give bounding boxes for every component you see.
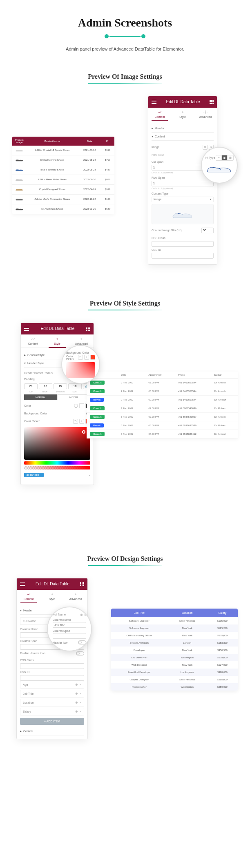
tab-style[interactable]: Style <box>40 590 64 603</box>
editor-panel-image: Edit DL Data Table Content Style Advance… <box>148 96 217 265</box>
table-row: Chiffs Marketing OfficerNew York$575,000 <box>111 632 238 639</box>
accordion-content[interactable]: ▾Content <box>152 133 214 141</box>
table-row: Consult6 Feb 202204.00 PM+91 6565883412D… <box>87 430 238 438</box>
padding-input[interactable] <box>68 383 82 389</box>
padding-input[interactable] <box>54 383 67 389</box>
image-size-input[interactable] <box>201 228 214 233</box>
hamburger-icon[interactable] <box>20 582 25 586</box>
header-item-location[interactable]: Location⊕× <box>20 699 84 706</box>
appointment-table: DateAppointmentPhoneDoctor Consult2 Feb … <box>87 372 238 438</box>
table-row: Crystal Designed Shoes2022-04-09$999 <box>12 184 114 194</box>
table-row: MI AKVenom Shoes2023-01-29$680 <box>12 204 114 214</box>
row-span-input[interactable] <box>152 181 214 186</box>
header-item-job[interactable]: Job Title⊕× <box>20 690 84 698</box>
mag-toggle[interactable] <box>78 640 86 644</box>
grid-icon[interactable] <box>86 327 90 331</box>
panel-title: Edit DL Data Table <box>41 326 75 331</box>
editor-panel-design: Edit DL Data Table Content Style Advance… <box>16 578 88 739</box>
section-underline <box>88 83 162 84</box>
hex-input[interactable] <box>24 473 44 477</box>
hue-slider[interactable] <box>24 461 90 465</box>
enable-header-icon-label: Enable Header Icon <box>20 652 76 655</box>
tab-content[interactable]: Content <box>21 334 45 348</box>
tab-style[interactable]: Style <box>45 334 69 348</box>
status-button[interactable]: Consult <box>90 389 105 393</box>
image-preview[interactable] <box>152 204 214 224</box>
table-row: ASIAN Crystal-13 Sports Shoes2021-07-10$… <box>12 146 114 155</box>
table-row: Web DesignerNew York$127,000 <box>111 661 238 669</box>
tab-content[interactable]: Content <box>17 590 40 603</box>
tab-style[interactable]: Style <box>171 108 194 121</box>
svg-point-4 <box>81 338 82 339</box>
svg-point-5 <box>51 593 53 595</box>
table-row: Revisit5 Feb 202205.00 PM+91 8938637539D… <box>87 421 238 430</box>
table-header: Date <box>118 372 145 379</box>
normal-tab[interactable]: NORMAL <box>24 394 57 400</box>
copy-icon[interactable]: ⊕ <box>203 145 208 150</box>
header-item-salary[interactable]: Salary⊕× <box>20 708 84 715</box>
grid-icon[interactable] <box>210 100 214 104</box>
table-row: Kraka Running Shoes2021-05-24$799 <box>12 155 114 165</box>
title-divider <box>105 34 145 38</box>
globe-icon[interactable] <box>74 404 78 408</box>
mag-bg-label: Background Color <box>66 351 95 354</box>
table-row: Consult2 Feb 202206.00 PM+91 6469697544D… <box>87 378 238 387</box>
plus-icon[interactable]: + <box>79 419 84 424</box>
tab-content[interactable]: Content <box>148 108 171 121</box>
table-header: Doctor <box>211 372 238 379</box>
css-id-input-3[interactable] <box>20 675 84 681</box>
table-row: Graphic DesignerSan Francisco$255,000 <box>111 676 238 683</box>
css-class-input-3[interactable] <box>20 663 84 669</box>
svg-point-1 <box>182 111 183 113</box>
content-type-value[interactable]: Image <box>154 198 161 201</box>
magnifier: int Type ≡▣⊞ <box>201 147 238 184</box>
status-button[interactable]: Revisit <box>90 398 104 402</box>
tab-advanced[interactable]: Advanced <box>64 590 87 603</box>
status-button[interactable]: Consult <box>90 415 105 419</box>
table-row: PhotographerWashington$350,000 <box>111 683 238 691</box>
status-button[interactable]: Revisit <box>90 423 104 427</box>
accordion-content-3[interactable]: ▸Content <box>20 727 84 735</box>
css-id-label: CSS ID <box>152 248 214 251</box>
accordion-header[interactable]: ▸Header <box>152 124 214 133</box>
color-swatch-white[interactable] <box>79 403 84 408</box>
alpha-slider[interactable] <box>24 466 90 469</box>
color-picker-canvas[interactable] <box>24 427 90 460</box>
header-item-age[interactable]: Age⊕× <box>20 681 84 689</box>
mag-colname-input[interactable] <box>53 622 86 628</box>
tab-advanced[interactable]: Advanced <box>194 108 217 121</box>
mag-label: int Type <box>205 156 215 159</box>
svg-point-6 <box>75 593 76 595</box>
css-class-label: CSS Class <box>152 237 214 239</box>
add-item-button[interactable]: + ADD ITEM <box>20 718 84 725</box>
svg-point-3 <box>57 338 58 339</box>
css-id-input[interactable] <box>152 253 214 259</box>
color-label: Color <box>24 404 74 407</box>
hamburger-icon[interactable] <box>152 100 156 104</box>
table-header: Date <box>78 137 101 146</box>
table-row: DeveloperNew York$350,550 <box>111 647 238 654</box>
mag-colspan-input[interactable] <box>53 633 86 639</box>
padding-input[interactable] <box>24 383 38 389</box>
hover-tab[interactable]: HOVER <box>57 394 90 400</box>
status-button[interactable]: Consult <box>90 381 105 385</box>
padding-input[interactable] <box>39 383 52 389</box>
padding-side-label: RIGHT <box>39 390 52 393</box>
css-class-input[interactable] <box>152 241 214 247</box>
grid-icon[interactable] <box>80 582 84 586</box>
svg-point-2 <box>205 111 206 113</box>
table-header: Phone <box>175 372 211 379</box>
hamburger-icon[interactable] <box>24 327 29 331</box>
mag-colname-label: Column Name <box>53 618 86 621</box>
section-underline-2 <box>88 310 162 310</box>
reset-icon[interactable]: ↻ <box>73 419 78 424</box>
status-button[interactable]: Consult <box>90 432 105 436</box>
table-row: Software EngineerSan Francisco$105,000 <box>111 617 238 624</box>
header-icon-toggle[interactable] <box>76 651 84 655</box>
row-span-label: Row Span <box>152 176 214 179</box>
image-label: Image <box>152 146 203 148</box>
table-row: ASIAN Men's Rider Shoes2022-06-30$899 <box>12 175 114 184</box>
status-button[interactable]: Consult <box>90 406 105 410</box>
padding-side-label: BOTTOM <box>54 390 67 393</box>
alignment-icons[interactable]: ≡▣⊞ <box>216 155 234 161</box>
